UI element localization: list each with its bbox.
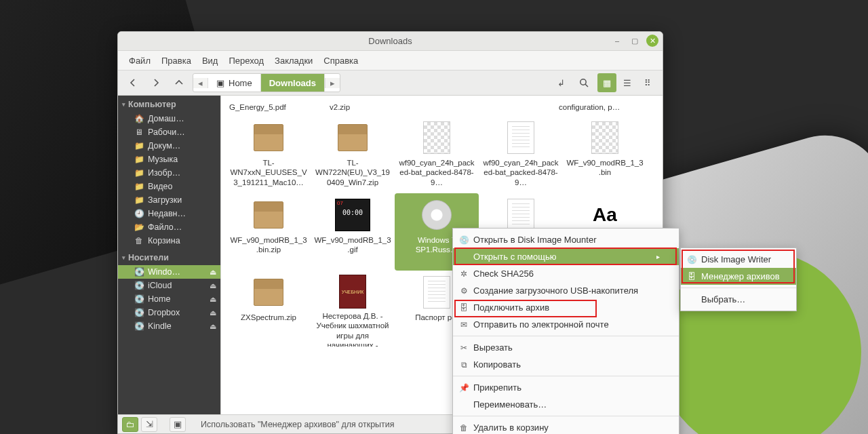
sidebar-item-label: Видео (148, 182, 173, 191)
sidebar-item-label: Рабочи… (148, 127, 185, 137)
context-item-icon: ⚙ (458, 286, 469, 296)
eject-icon[interactable]: ⏏ (210, 295, 216, 304)
context-item[interactable]: Выбрать… (681, 291, 796, 308)
view-icons[interactable]: ▦ (597, 73, 616, 92)
context-item-label: Отправить по электронной почте (473, 319, 609, 330)
sidebar-item[interactable]: 💽Windo…⏏ (118, 265, 220, 279)
context-item[interactable]: 🗄Менеджер архивов (681, 268, 796, 285)
context-item[interactable]: 💿Disk Image Writer (681, 251, 796, 268)
sidebar-item-icon: 💽 (134, 308, 144, 317)
sidebar-header-computer[interactable]: Компьютер (118, 97, 220, 112)
status-places-icon[interactable]: 🗀 (122, 417, 138, 432)
context-item[interactable]: ⧉Копировать (453, 356, 679, 373)
context-menu: 💿Открыть в Disk Image MounterОткрыть с п… (452, 228, 679, 434)
sidebar-item[interactable]: 💽iCloud⏏ (118, 279, 220, 292)
path-crumb-current[interactable]: Downloads (261, 74, 325, 92)
window-maximize[interactable]: ▢ (629, 35, 641, 47)
eject-icon[interactable]: ⏏ (210, 281, 216, 290)
file-item[interactable]: configuration, p… (556, 98, 656, 116)
status-tree-icon[interactable]: ⇲ (141, 417, 157, 432)
context-item[interactable]: ✉Отправить по электронной почте (453, 316, 679, 333)
sidebar-item[interactable]: 💽Home⏏ (118, 292, 220, 306)
sidebar-item[interactable]: 🗑Корзина (118, 234, 220, 248)
file-thumb (418, 197, 455, 233)
sidebar-item-icon: 🖥 (134, 127, 144, 137)
context-item[interactable]: 💿Открыть в Disk Image Mounter (453, 231, 679, 248)
view-compact[interactable]: ⠿ (638, 73, 657, 92)
window-minimize[interactable]: – (611, 35, 623, 47)
file-label: v2.zip (330, 102, 350, 112)
file-thumb (502, 120, 539, 155)
context-item-label: Выбрать… (701, 294, 745, 304)
context-item-icon: ⧉ (458, 360, 469, 370)
sidebar-item-icon: 📁 (134, 141, 144, 151)
context-item[interactable]: ✂Вырезать (453, 339, 679, 356)
menu-go[interactable]: Переход (224, 54, 268, 67)
sidebar-item[interactable]: 💽Kindle⏏ (118, 319, 220, 333)
context-item-icon: 🗄 (458, 303, 469, 313)
nav-back[interactable] (123, 73, 142, 92)
file-item[interactable]: wf90_cyan_24h_packed-bat_packed-8478-9… (395, 116, 479, 193)
menu-view[interactable]: Вид (198, 54, 222, 67)
menu-file[interactable]: Файл (125, 54, 155, 67)
file-item[interactable]: wf90_cyan_24h_packed-bat_packed-8478-9… (479, 116, 563, 193)
sidebar-item[interactable]: 🏠Домаш… (118, 112, 220, 125)
search-icon[interactable] (574, 73, 593, 92)
file-item[interactable]: УЧЕБНИКНестерова Д.В. - Учебник шахматно… (311, 271, 395, 348)
file-item[interactable]: WF_v90_modRB_1_3.bin (563, 116, 647, 193)
file-thumb (418, 120, 455, 155)
sidebar-header-media[interactable]: Носители (118, 250, 220, 265)
sidebar-item[interactable]: 📁Музыка (118, 153, 220, 166)
file-item[interactable]: v2.zip (327, 98, 427, 116)
context-item[interactable]: 🗄Подключить архив (453, 299, 679, 316)
context-item[interactable]: 🗑Удалить в корзину (453, 419, 679, 434)
file-item[interactable]: TL-WN7xxN_EUUSES_V3_191211_Mac10… (226, 116, 311, 193)
path-crumb-home[interactable]: ▣ Home (208, 74, 261, 92)
file-label: WF_v90_modRB_1_3.gif (313, 235, 392, 255)
file-label: wf90_cyan_24h_packed-bat_packed-8478-9… (397, 158, 476, 187)
sidebar-item-label: Загрузки (148, 195, 182, 205)
file-item[interactable]: WF_v90_modRB_1_3.bin.zip (226, 193, 311, 271)
menu-edit[interactable]: Правка (157, 54, 195, 67)
menu-bookmarks[interactable]: Закладки (271, 54, 317, 67)
drive-icon: ▣ (216, 78, 224, 88)
submenu-arrow-icon: ▸ (644, 253, 660, 260)
titlebar[interactable]: Downloads – ▢ ✕ (118, 32, 663, 51)
context-item[interactable]: ⚙Создание загрузочного USB-накопителя (453, 282, 679, 299)
context-item-label: Менеджер архивов (701, 271, 780, 281)
file-item[interactable]: ZXSpectrum.zip (226, 271, 311, 348)
sidebar-item[interactable]: 📁Видео (118, 180, 220, 193)
eject-icon[interactable]: ⏏ (210, 322, 216, 331)
status-extra-icon[interactable]: ▣ (170, 417, 186, 432)
context-item[interactable]: Открыть с помощью▸ (453, 248, 679, 265)
nav-up[interactable] (170, 73, 189, 92)
sidebar-item-icon: 📁 (134, 182, 144, 191)
sidebar-item[interactable]: 🕘Недавн… (118, 207, 220, 220)
menu-help[interactable]: Справка (319, 54, 362, 67)
file-item[interactable]: TL-WN722N(EU)_V3_190409_Win7.zip (311, 116, 395, 193)
context-item[interactable]: Переименовать… (453, 396, 679, 413)
path-scroll-right[interactable]: ▸ (325, 78, 340, 88)
context-item-icon: 💿 (458, 235, 469, 245)
toggle-location-icon[interactable]: ↲ (551, 73, 570, 92)
window-close[interactable]: ✕ (646, 35, 658, 47)
context-item[interactable]: 📌Прикрепить (453, 379, 679, 396)
file-thumb (334, 120, 371, 155)
eject-icon[interactable]: ⏏ (210, 268, 216, 277)
sidebar-item[interactable]: 📁Докум… (118, 139, 220, 153)
path-scroll-left[interactable]: ◂ (193, 78, 208, 88)
sidebar-item[interactable]: 📁Загрузки (118, 193, 220, 207)
nav-forward[interactable] (146, 73, 165, 92)
file-item[interactable]: G_Energy_5.pdf (226, 98, 327, 116)
pathbar: ◂ ▣ Home Downloads ▸ (193, 73, 340, 92)
sidebar-item[interactable]: 🖥Рабочи… (118, 125, 220, 139)
context-item-icon: 🗄 (686, 272, 697, 281)
file-item[interactable]: WF_v90_modRB_1_3.gif (311, 193, 395, 271)
sidebar-item[interactable]: 📂Файло… (118, 220, 220, 234)
eject-icon[interactable]: ⏏ (210, 309, 216, 317)
sidebar-item-label: Home (148, 294, 170, 304)
sidebar-item[interactable]: 📁Изобр… (118, 166, 220, 180)
context-item[interactable]: ✲Check SHA256 (453, 265, 679, 282)
sidebar-item[interactable]: 💽Dropbox⏏ (118, 306, 220, 319)
view-list[interactable]: ☰ (618, 73, 637, 92)
